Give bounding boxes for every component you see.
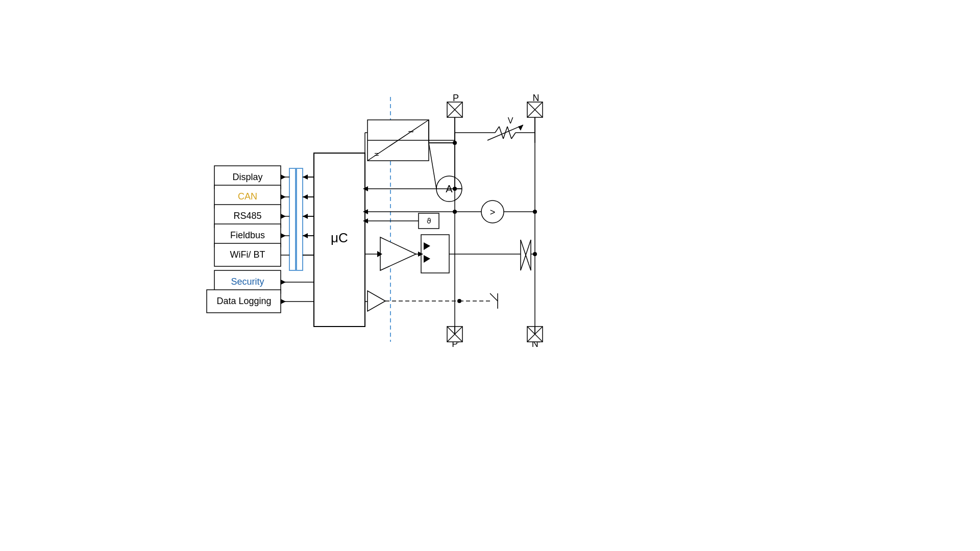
uc-can-arrow: [303, 194, 308, 199]
uc-rs485-arrow: [303, 214, 308, 219]
resistor-arrow-head: [518, 125, 523, 131]
rs485-arrow-left: [281, 214, 286, 219]
dc-symbol: =: [374, 150, 379, 159]
ammeter-wire-left: [429, 143, 436, 189]
security-label: Security: [231, 277, 264, 287]
p-label: P: [453, 93, 459, 103]
n-label: N: [533, 93, 540, 103]
connector-block-right: [297, 168, 303, 270]
fieldbus-label: Fieldbus: [230, 230, 265, 240]
security-arrow-left: [281, 280, 286, 285]
fieldbus-arrow-left: [281, 233, 286, 238]
data-logging-driver: [368, 291, 385, 311]
junction-comp: [453, 210, 457, 214]
rs485-label: RS485: [233, 211, 261, 221]
wifi-bt-label: WiFi/ BT: [230, 249, 265, 260]
display-arrow-left: [281, 174, 286, 180]
resistor-line5: [507, 127, 511, 139]
junction-right-bus: [533, 210, 537, 214]
resistor-line2: [495, 127, 499, 133]
microcontroller-label: μC: [331, 230, 348, 245]
can-arrow-left: [281, 194, 286, 199]
junction-ammeter: [453, 187, 457, 191]
output-contact-line: [490, 293, 498, 301]
data-logging-arrow-left: [281, 299, 286, 304]
uc-display-arrow: [303, 174, 308, 180]
resistor-line3: [499, 127, 503, 139]
uc-fieldbus-arrow: [303, 233, 308, 238]
temp-sensor-label: ϑ: [427, 217, 431, 225]
can-label: CAN: [238, 191, 257, 202]
junction-valve: [533, 252, 537, 256]
resistor-line6: [511, 133, 516, 139]
v-label: V: [508, 116, 513, 125]
gate-driver-block: [421, 235, 449, 273]
ac-symbol: ~: [408, 126, 414, 137]
data-logging-label: Data Logging: [216, 296, 271, 306]
comparator-label: >: [490, 207, 496, 217]
connector-block-left: [289, 168, 296, 270]
display-label: Display: [232, 172, 262, 182]
amplifier-triangle: [380, 237, 416, 270]
